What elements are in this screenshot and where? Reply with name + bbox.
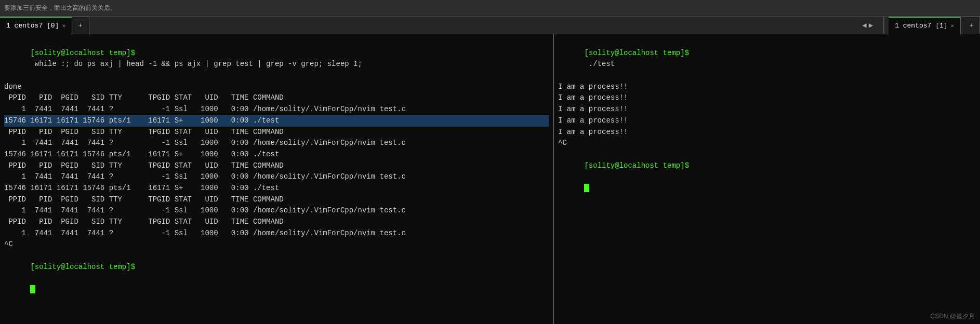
prompt-right: [solity@localhost temp]$ [584, 49, 689, 57]
terminal-line-highlighted: 15746 16171 16171 15746 pts/1 16171 S+ 1… [4, 115, 549, 127]
terminal-line: 1 7441 7441 7441 ? -1 Ssl 1000 0:00 /hom… [4, 138, 549, 149]
new-tab-button-left[interactable]: + [72, 17, 89, 34]
tab-label: 1 centos7 [0] [6, 22, 59, 30]
terminal-line: PPID PID PGID SID TTY TPGID STAT UID TIM… [4, 194, 549, 206]
terminal-line: I am a process!! [558, 127, 976, 138]
left-tab-bar: 1 centos7 [0] ✕ + ◀ ▶ 1 centos7 [1] ✕ + [0, 17, 980, 34]
terminal-line: 1 7441 7441 7441 ? -1 Ssl 1000 0:00 /hom… [4, 171, 549, 183]
watermark: CSDN @孤夕月 [930, 312, 975, 321]
notification-bar: 要添加三前安全，而出之高的前关关后。 [0, 0, 980, 17]
terminal-line: [solity@localhost temp]$ ./test [558, 36, 976, 82]
right-close-icon[interactable]: ✕ [951, 22, 955, 29]
terminal-line: I am a process!! [558, 104, 976, 115]
nav-left-icon[interactable]: ◀ [862, 21, 866, 30]
prompt-right-2: [solity@localhost temp]$ [584, 161, 689, 170]
terminal-line: I am a process!! [558, 82, 976, 93]
terminal-line: 15746 16171 16171 15746 pts/1 16171 S+ 1… [4, 183, 549, 194]
cursor-right [584, 184, 589, 192]
close-icon[interactable]: ✕ [62, 22, 65, 29]
terminal-prompt-line: [solity@localhost temp]$ [4, 250, 549, 306]
new-tab-button-right[interactable]: + [963, 17, 980, 34]
terminal-line: 15746 16171 16171 15746 pts/1 16171 S+ 1… [4, 149, 549, 160]
terminal-line: PPID PID PGID SID TTY TPGID STAT UID TIM… [4, 127, 549, 138]
terminal-line: 1 7441 7441 7441 ? -1 Ssl 1000 0:00 /hom… [4, 104, 549, 115]
right-tab-label: 1 centos7 [1] [895, 22, 947, 30]
terminal-line: PPID PID PGID SID TTY TPGID STAT UID TIM… [4, 160, 549, 172]
terminal-line: I am a process!! [558, 115, 976, 127]
terminal-line: PPID PID PGID SID TTY TPGID STAT UID TIM… [4, 217, 549, 228]
right-terminal[interactable]: [solity@localhost temp]$ ./test I am a p… [554, 34, 980, 324]
tab-nav-arrows: ◀ ▶ [858, 21, 877, 30]
terminal-line: ^C [558, 138, 976, 149]
terminal-line: 1 7441 7441 7441 ? -1 Ssl 1000 0:00 /hom… [4, 228, 549, 239]
prompt-left: [solity@localhost temp]$ [30, 49, 135, 57]
prompt-left-2: [solity@localhost temp]$ [30, 263, 135, 271]
notification-text: 要添加三前安全，而出之高的前关关后。 [4, 4, 116, 12]
terminal-line: 1 7441 7441 7441 ? -1 Ssl 1000 0:00 /hom… [4, 205, 549, 217]
terminal-line: I am a process!! [558, 92, 976, 104]
terminal-line: PPID PID PGID SID TTY TPGID STAT UID TIM… [4, 92, 549, 104]
terminal-line: ^C [4, 239, 549, 250]
nav-right-icon[interactable]: ▶ [869, 21, 873, 30]
terminal-line: [solity@localhost temp]$ while :; do ps … [4, 36, 549, 82]
main-content: [solity@localhost temp]$ while :; do ps … [0, 34, 980, 324]
tab-centos7-1[interactable]: 1 centos7 [1] ✕ [889, 17, 961, 34]
left-terminal[interactable]: [solity@localhost temp]$ while :; do ps … [0, 34, 554, 324]
tab-centos7-0[interactable]: 1 centos7 [0] ✕ [0, 17, 72, 34]
cursor [30, 285, 35, 293]
terminal-prompt-line-right: [solity@localhost temp]$ [558, 149, 976, 205]
terminal-line: done [4, 82, 549, 93]
